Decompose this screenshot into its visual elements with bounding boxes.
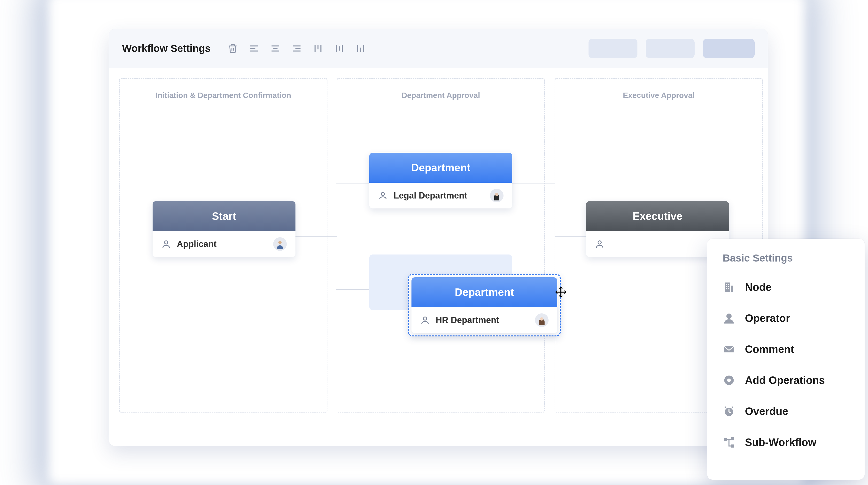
- avatar: [490, 189, 503, 202]
- avatar: [535, 313, 549, 327]
- connector: [296, 236, 337, 236]
- toolbar-action-3[interactable]: [703, 39, 755, 58]
- gear-icon: [723, 374, 735, 387]
- node-body: HR Department: [411, 307, 557, 333]
- workflow-node-legal[interactable]: Department Legal Department: [369, 153, 512, 208]
- svg-point-1: [278, 241, 281, 244]
- settings-item-comment[interactable]: Comment: [723, 337, 849, 362]
- node-assignee-label: HR Department: [436, 315, 529, 325]
- page-title: Workflow Settings: [122, 42, 211, 54]
- swimlane-title: Initiation & Department Confirmation: [120, 91, 327, 100]
- workflow-editor-window: Workflow Settings: [109, 29, 768, 446]
- connector: [336, 289, 370, 290]
- avatar: [273, 237, 287, 251]
- distribute-middle-icon[interactable]: [334, 44, 344, 54]
- connector: [512, 183, 555, 183]
- trash-icon[interactable]: [228, 44, 238, 54]
- settings-item-node[interactable]: Node: [723, 275, 849, 300]
- user-icon: [595, 239, 604, 249]
- settings-item-label: Add Operations: [745, 374, 825, 387]
- node-header: Executive: [586, 201, 729, 231]
- move-cursor-icon: [555, 286, 567, 298]
- swimlane-department-approval: Department Approval: [337, 78, 545, 412]
- svg-rect-12: [731, 437, 734, 440]
- node-header: Department: [369, 153, 512, 183]
- alarm-icon: [723, 405, 735, 418]
- node-assignee-label: Legal Department: [394, 191, 484, 201]
- user-icon: [420, 315, 430, 325]
- swimlane-title: Department Approval: [337, 91, 544, 100]
- align-left-icon[interactable]: [249, 44, 259, 54]
- svg-point-7: [726, 314, 732, 319]
- mail-icon: [723, 343, 735, 355]
- distribute-bottom-icon[interactable]: [355, 44, 366, 54]
- subworkflow-icon: [723, 436, 735, 449]
- settings-item-operator[interactable]: Operator: [723, 306, 849, 331]
- user-icon: [161, 239, 171, 249]
- node-body: Legal Department: [369, 183, 512, 208]
- toolbar: Workflow Settings: [109, 29, 768, 68]
- popover-title: Basic Settings: [723, 252, 849, 264]
- connector: [336, 183, 370, 183]
- settings-item-label: Overdue: [745, 405, 788, 417]
- swimlane-title: Executive Approval: [555, 91, 762, 100]
- svg-point-0: [164, 241, 167, 244]
- settings-item-label: Node: [745, 281, 772, 293]
- svg-point-4: [423, 317, 427, 320]
- settings-item-overdue[interactable]: Overdue: [723, 399, 849, 424]
- svg-point-2: [381, 193, 384, 196]
- svg-point-3: [495, 193, 498, 196]
- settings-item-sub-workflow[interactable]: Sub-Workflow: [723, 430, 849, 455]
- person-icon: [723, 312, 735, 324]
- svg-point-9: [727, 378, 731, 382]
- settings-item-label: Sub-Workflow: [745, 436, 816, 448]
- user-icon: [378, 191, 388, 200]
- building-icon: [723, 281, 735, 293]
- node-header: Department: [411, 277, 557, 307]
- node-body: Applicant: [153, 231, 296, 257]
- svg-point-6: [598, 241, 601, 244]
- workflow-node-start[interactable]: Start Applicant: [153, 201, 296, 257]
- svg-rect-11: [724, 438, 727, 441]
- workflow-canvas[interactable]: Initiation & Department Confirmation Dep…: [109, 68, 768, 446]
- svg-rect-13: [731, 445, 734, 448]
- node-assignee-label: Applicant: [177, 239, 268, 249]
- toolbar-action-2[interactable]: [646, 39, 694, 58]
- toolbar-icon-group: [228, 44, 366, 54]
- basic-settings-popover: Basic Settings Node Operator Comment Add…: [707, 239, 865, 480]
- node-header: Start: [153, 201, 296, 231]
- align-center-icon[interactable]: [270, 44, 280, 54]
- settings-item-label: Operator: [745, 312, 790, 324]
- settings-item-add-operations[interactable]: Add Operations: [723, 368, 849, 393]
- connector: [555, 236, 587, 236]
- settings-item-label: Comment: [745, 343, 794, 355]
- distribute-top-icon[interactable]: [313, 44, 323, 54]
- toolbar-action-1[interactable]: [589, 39, 638, 58]
- svg-point-5: [540, 317, 543, 320]
- toolbar-actions: [589, 39, 755, 58]
- align-right-icon[interactable]: [291, 44, 302, 54]
- workflow-node-hr-dragging[interactable]: Department HR Department: [408, 274, 561, 336]
